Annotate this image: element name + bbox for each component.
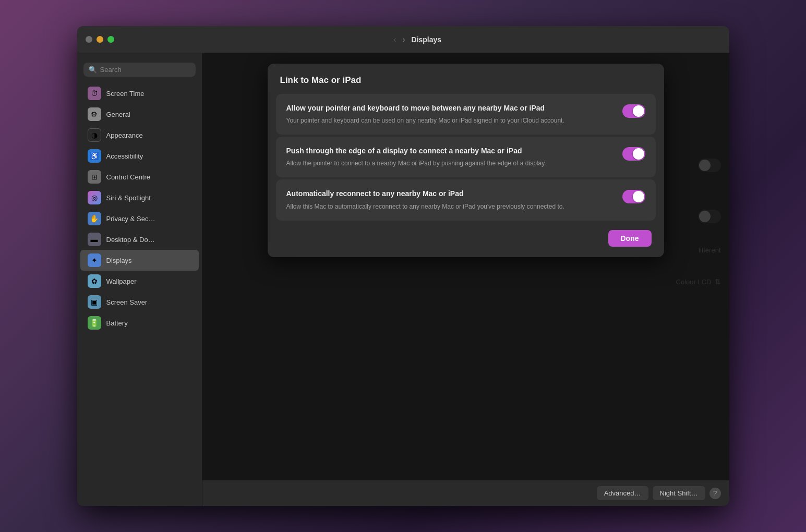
sidebar-item-screen-time[interactable]: ⏱ Screen Time [80, 83, 199, 104]
sidebar-item-control-centre[interactable]: ⊞ Control Centre [80, 166, 199, 187]
setting-title-pointer: Allow your pointer and keyboard to move … [286, 103, 614, 113]
general-icon: ⚙ [88, 107, 101, 121]
setting-card-push-edge: Push through the edge of a display to co… [276, 137, 656, 177]
desktop-icon: ▬ [88, 233, 101, 246]
setting-row: Automatically reconnect to any nearby Ma… [286, 189, 645, 211]
appearance-icon: ◑ [88, 128, 101, 142]
night-shift-button[interactable]: Night Shift… [653, 486, 705, 500]
setting-row: Allow your pointer and keyboard to move … [286, 103, 645, 125]
sidebar-item-label: Appearance [106, 131, 143, 139]
sidebar-item-label: Siri & Spotlight [106, 194, 151, 202]
maximize-button[interactable] [107, 36, 114, 43]
screen-time-icon: ⏱ [88, 87, 101, 100]
sidebar-item-label: Privacy & Sec… [106, 215, 155, 223]
toggle-push-edge[interactable] [622, 147, 645, 161]
sidebar-item-label: Battery [106, 319, 128, 327]
setting-text: Automatically reconnect to any nearby Ma… [286, 189, 614, 211]
sidebar-item-displays[interactable]: ✦ Displays [80, 250, 199, 271]
close-button[interactable] [86, 36, 92, 43]
modal-footer: Done [268, 222, 664, 257]
sidebar-item-label: Accessibility [106, 152, 143, 160]
back-button[interactable]: ‹ [393, 35, 396, 44]
sidebar-item-label: Screen Saver [106, 298, 148, 306]
bottom-toolbar: Advanced… Night Shift… ? [202, 480, 729, 506]
main-content: lifferent Colour LCD ⇅ Link to Mac or iP… [202, 53, 729, 506]
displays-icon: ✦ [88, 253, 101, 267]
setting-title-reconnect: Automatically reconnect to any nearby Ma… [286, 189, 614, 198]
titlebar-center: ‹ › Displays [114, 35, 721, 44]
setting-card-auto-reconnect: Automatically reconnect to any nearby Ma… [276, 179, 656, 220]
search-icon: 🔍 [89, 66, 97, 74]
sidebar-item-wallpaper[interactable]: ✿ Wallpaper [80, 271, 199, 292]
modal-header: Link to Mac or iPad [268, 64, 664, 94]
sidebar-item-appearance[interactable]: ◑ Appearance [80, 125, 199, 146]
screen-saver-icon: ▣ [88, 295, 101, 309]
search-box[interactable]: 🔍 Search [83, 63, 196, 77]
sidebar-item-label: Control Centre [106, 173, 151, 181]
system-preferences-window: ‹ › Displays 🔍 Search ⏱ Screen Time ⚙ Ge… [77, 26, 729, 506]
control-centre-icon: ⊞ [88, 170, 101, 184]
sidebar-item-label: Wallpaper [106, 277, 137, 285]
search-placeholder: Search [100, 66, 122, 74]
sidebar-item-label: Desktop & Do… [106, 236, 155, 244]
sidebar: 🔍 Search ⏱ Screen Time ⚙ General ◑ Appea… [77, 53, 202, 506]
setting-card-pointer-keyboard: Allow your pointer and keyboard to move … [276, 94, 656, 135]
toggle-pointer-keyboard[interactable] [622, 104, 645, 118]
done-button[interactable]: Done [608, 230, 652, 247]
wallpaper-icon: ✿ [88, 274, 101, 288]
advanced-button[interactable]: Advanced… [597, 486, 648, 500]
setting-desc-pointer: Your pointer and keyboard can be used on… [286, 116, 614, 125]
forward-button[interactable]: › [402, 35, 405, 44]
sidebar-item-label: Displays [106, 257, 132, 264]
privacy-icon: ✋ [88, 212, 101, 225]
sidebar-item-general[interactable]: ⚙ General [80, 104, 199, 125]
setting-row: Push through the edge of a display to co… [286, 146, 645, 168]
search-container: 🔍 Search [77, 59, 202, 83]
window-title: Displays [412, 35, 442, 44]
sidebar-item-label: Screen Time [106, 90, 145, 98]
accessibility-icon: ♿ [88, 149, 101, 163]
setting-desc-push: Allow the pointer to connect to a nearby… [286, 159, 614, 168]
sidebar-item-label: General [106, 111, 130, 118]
modal-title: Link to Mac or iPad [280, 75, 362, 85]
minimize-button[interactable] [97, 36, 103, 43]
modal-overlay: Link to Mac or iPad Allow your pointer a… [202, 53, 729, 506]
help-button[interactable]: ? [709, 488, 721, 499]
link-to-mac-modal: Link to Mac or iPad Allow your pointer a… [268, 64, 664, 257]
traffic-lights [86, 36, 114, 43]
content-area: 🔍 Search ⏱ Screen Time ⚙ General ◑ Appea… [77, 53, 729, 506]
toggle-knob [633, 105, 644, 117]
sidebar-item-privacy[interactable]: ✋ Privacy & Sec… [80, 208, 199, 229]
battery-icon: 🔋 [88, 316, 101, 330]
sidebar-item-screen-saver[interactable]: ▣ Screen Saver [80, 292, 199, 312]
sidebar-item-siri[interactable]: ◎ Siri & Spotlight [80, 187, 199, 208]
toggle-knob [633, 148, 644, 160]
sidebar-item-accessibility[interactable]: ♿ Accessibility [80, 146, 199, 166]
modal-body: Allow your pointer and keyboard to move … [268, 94, 664, 221]
toggle-auto-reconnect[interactable] [622, 190, 645, 203]
setting-text: Push through the edge of a display to co… [286, 146, 614, 168]
setting-desc-reconnect: Allow this Mac to automatically reconnec… [286, 202, 614, 211]
setting-text: Allow your pointer and keyboard to move … [286, 103, 614, 125]
titlebar: ‹ › Displays [77, 26, 729, 53]
siri-icon: ◎ [88, 191, 101, 204]
setting-title-push: Push through the edge of a display to co… [286, 146, 614, 155]
toggle-knob [633, 191, 644, 202]
sidebar-item-desktop[interactable]: ▬ Desktop & Do… [80, 229, 199, 250]
sidebar-item-battery[interactable]: 🔋 Battery [80, 312, 199, 333]
